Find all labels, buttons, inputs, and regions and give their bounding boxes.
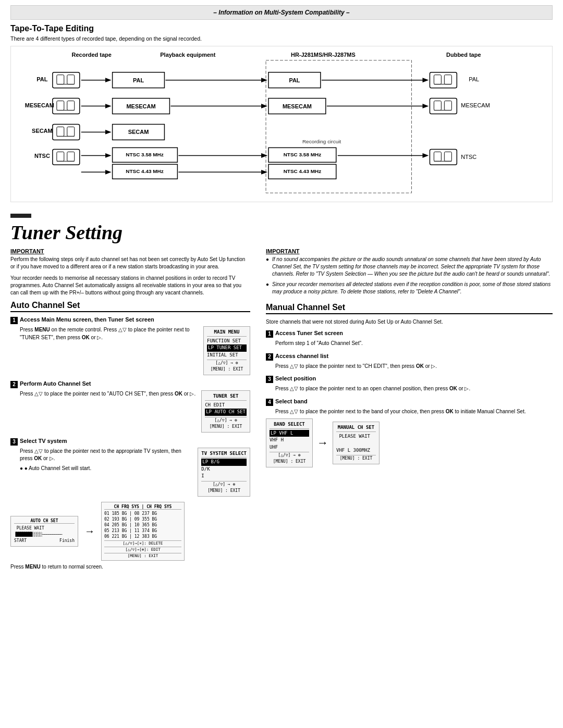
box-mesecam-playback: MESECAM bbox=[126, 103, 155, 109]
page: – Information on Multi-System Compatibil… bbox=[0, 5, 563, 728]
box-mesecam-device: MESECAM bbox=[283, 103, 312, 109]
box-ntsc443-device: NTSC 4.43 MHz bbox=[284, 168, 322, 174]
step-1-number: 1 bbox=[10, 317, 18, 324]
step-1-content: Press MENU on the remote control. Press … bbox=[10, 326, 250, 375]
dubbed-mesecam-label: MESECAM bbox=[461, 102, 489, 108]
svg-rect-29 bbox=[67, 127, 75, 136]
band-select-uhf: UHF bbox=[270, 444, 309, 451]
step-3-text-block: Press △▽ to place the pointer next to th… bbox=[10, 448, 193, 474]
step-2-container: 2 Perform Auto Channel Set Press △▽ to p… bbox=[10, 380, 250, 433]
manual-ch-set-menu: MANUAL CH SET PLEASE WAIT VHF L 300MHZ [… bbox=[333, 422, 380, 464]
step-3-menu-item-3: I bbox=[201, 473, 247, 480]
manual-step-1-header: 1 Access Tuner Set screen bbox=[266, 330, 553, 338]
label-secam: SECAM bbox=[32, 128, 53, 134]
step-2-menu-footer: [△/▽] → ⊕[MENU] : EXIT bbox=[205, 417, 247, 430]
step-2-menu-item-2: LP AUTO CH SET bbox=[205, 409, 247, 416]
svg-rect-15 bbox=[57, 101, 64, 110]
auto-channel-set-title: Auto Channel Set bbox=[10, 301, 250, 312]
manual-step-2-title: Access channel list bbox=[275, 353, 328, 359]
step-2-menu-title: TUNER SET bbox=[205, 393, 247, 401]
step-2-header: 2 Perform Auto Channel Set bbox=[10, 380, 250, 388]
manual-ch-vhfl bbox=[336, 440, 376, 447]
manual-step-1: 1 Access Tuner Set screen Perform step 1… bbox=[266, 330, 553, 348]
manual-step-3-header: 3 Select position bbox=[266, 375, 553, 383]
header-playback: Playback equipment bbox=[160, 52, 215, 58]
svg-rect-48 bbox=[444, 152, 451, 161]
auto-ch-progress-box: AUTO CH SET PLEASE WAIT ▐████████░░░░░──… bbox=[10, 516, 78, 547]
step-1-text: Press MENU on the remote control. Press … bbox=[20, 326, 199, 341]
box-pal-device: PAL bbox=[289, 77, 300, 83]
banner-text: – Information on Multi-System Compatibil… bbox=[213, 9, 349, 16]
band-select-menu: BAND SELECT LP VHF L VHF H UHF [△/▽] → ⊕… bbox=[266, 418, 313, 467]
step-3-text: Press △▽ to place the pointer next to th… bbox=[20, 448, 193, 463]
manual-step-1-number: 1 bbox=[266, 330, 273, 338]
press-menu-text: Press MENU to return to normal screen. bbox=[10, 564, 250, 570]
ch-row-4: 05 213 BG | 11 374 BG bbox=[104, 528, 181, 534]
manual-step-4-title: Select band bbox=[275, 398, 308, 404]
step-2-title: Perform Auto Channel Set bbox=[20, 380, 91, 387]
dubbed-ntsc-label: NTSC bbox=[461, 154, 476, 160]
manual-step-2: 2 Access channel list Press △▽ to place … bbox=[266, 353, 553, 371]
header-recorded: Recorded tape bbox=[72, 52, 112, 58]
step-3-menu-title: TV SYSTEM SELECT bbox=[201, 450, 247, 458]
auto-ch-box-title: AUTO CH SET bbox=[14, 519, 75, 524]
auto-ch-progress-bar: ▐████████░░░░░────────── bbox=[14, 532, 75, 538]
svg-rect-28 bbox=[57, 127, 64, 136]
important-note-2: Since your recorder memorises all detect… bbox=[266, 281, 553, 295]
tape-section: Tape-To-Tape Editing There are 4 differe… bbox=[0, 24, 563, 207]
manual-step-2-text: Press △▽ to place the pointer next to "C… bbox=[275, 363, 553, 371]
manual-step-1-title: Access Tuner Set screen bbox=[275, 330, 343, 336]
step-3-menu-item-2: D/K bbox=[201, 466, 247, 473]
step-3-number: 3 bbox=[10, 438, 18, 446]
right-column: IMPORTANT If no sound accompanies the pi… bbox=[266, 248, 553, 570]
tape-intro: There are 4 different types of recorded … bbox=[10, 35, 553, 42]
header-device: HR-J281MS/HR-J287MS bbox=[291, 52, 356, 58]
manual-step-3: 3 Select position Press △▽ to place the … bbox=[266, 375, 553, 393]
step-3-header: 3 Select TV system bbox=[10, 438, 250, 446]
auto-ch-start: START bbox=[14, 538, 27, 544]
label-mesecam: MESECAM bbox=[25, 102, 54, 108]
ch-table-footer-2: [△/▽]→[⊕]: EDIT bbox=[104, 547, 181, 552]
band-select-vhfl: LP VHF L bbox=[270, 430, 309, 437]
manual-step-4-text: Press △▽ to place the pointer next to th… bbox=[275, 408, 553, 416]
svg-rect-3 bbox=[67, 75, 75, 84]
step-2-content: Press △▽ to place the pointer next to "A… bbox=[10, 390, 250, 433]
svg-rect-25 bbox=[444, 101, 451, 110]
tuner-setting-title: Tuner Setting bbox=[0, 221, 563, 248]
step-3-title: Select TV system bbox=[20, 438, 67, 444]
left-column: IMPORTANT Perform the following steps on… bbox=[10, 248, 250, 570]
important-label-left: IMPORTANT bbox=[10, 248, 250, 254]
svg-rect-11 bbox=[434, 75, 441, 84]
auto-ch-finish: Finish bbox=[59, 538, 75, 544]
manual-ch-vhfl-label: VHF L 300MHZ bbox=[336, 447, 376, 454]
arrow-band-to-manual: → bbox=[317, 436, 328, 450]
label-pal: PAL bbox=[36, 76, 47, 82]
manual-step-4-header: 4 Select band bbox=[266, 398, 553, 406]
step-1-title: Access Main Menu screen, then Tuner Set … bbox=[20, 316, 154, 323]
svg-rect-2 bbox=[57, 75, 64, 84]
arrow-to-table: → bbox=[84, 525, 95, 537]
tape-section-title: Tape-To-Tape Editing bbox=[10, 24, 553, 33]
manual-step-3-text: Press △▽ to place the pointer next to an… bbox=[275, 385, 553, 393]
manual-step-2-number: 2 bbox=[266, 353, 273, 361]
step-3-container: 3 Select TV system Press △▽ to place the… bbox=[10, 438, 250, 497]
step-2-text-block: Press △▽ to place the pointer next to "A… bbox=[10, 390, 197, 400]
svg-rect-34 bbox=[57, 152, 64, 161]
step-1-menu-item-2: LP TUNER SET bbox=[207, 344, 247, 352]
band-select-row: BAND SELECT LP VHF L VHF H UHF [△/▽] → ⊕… bbox=[266, 418, 553, 467]
box-ntsc443-playback: NTSC 4.43 MHz bbox=[126, 168, 164, 174]
recording-circuit-label: Recording circuit bbox=[302, 139, 341, 144]
manual-ch-please-wait: PLEASE WAIT bbox=[336, 433, 376, 440]
ch-table-box: CH FRQ SYS | CH FRQ SYS 01 185 BG | 08 2… bbox=[101, 502, 185, 561]
manual-ch-footer: [MENU] : EXIT bbox=[336, 455, 376, 462]
box-pal-playback: PAL bbox=[133, 77, 144, 83]
important-text-2: Your recorder needs to memorise all nece… bbox=[10, 275, 250, 297]
manual-step-1-text: Perform step 1 of "Auto Channel Set". bbox=[275, 340, 553, 348]
dubbed-pal-label: PAL bbox=[469, 76, 479, 82]
step-1-container: 1 Access Main Menu screen, then Tuner Se… bbox=[10, 316, 250, 375]
ch-row-2: 02 193 BG | 09 355 BG bbox=[104, 516, 181, 522]
band-select-vhfh: VHF H bbox=[270, 437, 309, 444]
tape-diagram: Recorded tape Playback equipment HR-J281… bbox=[10, 46, 553, 202]
important-text-1: Perform the following steps only if auto… bbox=[10, 256, 250, 270]
two-column-layout: IMPORTANT Perform the following steps on… bbox=[0, 248, 563, 570]
